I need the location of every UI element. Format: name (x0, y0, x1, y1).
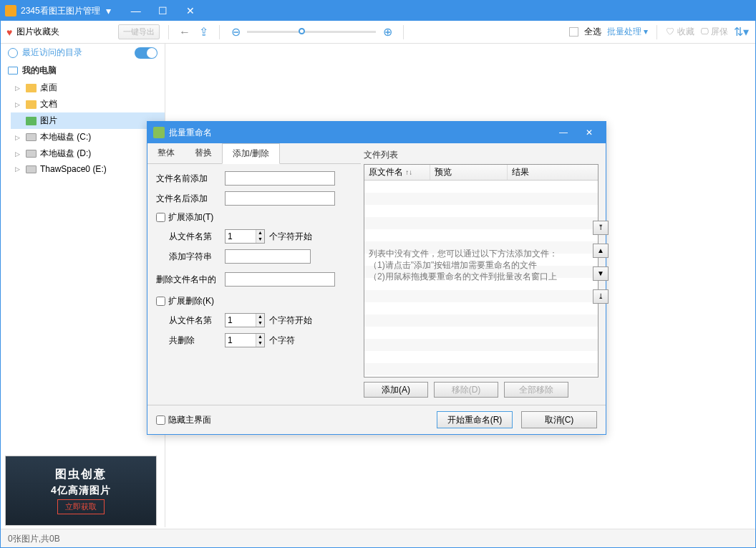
dialog-minimize[interactable]: — (553, 125, 574, 140)
from-char-label: 从文件名第 (156, 231, 220, 243)
select-all-label[interactable]: 全选 (584, 26, 601, 38)
tree-desktop[interactable]: ▷桌面 (11, 80, 165, 96)
char-start-label2: 个字符开始 (269, 314, 312, 327)
char-start-label: 个字符开始 (269, 231, 312, 243)
remove-button[interactable]: 移除(D) (434, 382, 498, 398)
dialog-title: 批量重命名 (169, 127, 212, 139)
computer-row[interactable]: 我的电脑 (1, 62, 165, 80)
zoom-out-icon[interactable]: ⊖ (228, 25, 243, 39)
col-result[interactable]: 结果 (508, 165, 598, 180)
sort-icon[interactable]: ⇅▾ (734, 25, 748, 39)
del-label: 删除文件名中的 (156, 274, 220, 286)
folder-icon (26, 100, 37, 109)
file-list: 原文件名 ↑↓ 预览 结果 列表中没有文件，您可以通过以下方法添加文件： （1)… (364, 164, 598, 378)
minimize-button[interactable]: — (127, 4, 145, 18)
prefix-label: 文件名前添加 (156, 173, 220, 185)
prefix-input[interactable] (225, 171, 335, 186)
dropdown-icon[interactable]: ▾ (100, 4, 117, 18)
favorite-button[interactable]: ♡ 收藏 (666, 26, 694, 38)
ad-cta[interactable]: 立即获取 (57, 499, 105, 514)
dialog-tabs: 整体 替换 添加/删除 (147, 143, 361, 164)
hide-main-checkbox[interactable] (156, 415, 165, 425)
zoom-slider[interactable] (247, 31, 376, 33)
chars-label: 个字符 (269, 335, 295, 347)
tree-drive-c[interactable]: ▷本地磁盘 (C:) (11, 129, 165, 145)
tree-pictures[interactable]: 图片 (11, 112, 165, 129)
app-icon (5, 5, 16, 16)
export-button[interactable]: 一键导出 (118, 24, 160, 39)
computer-label: 我的电脑 (22, 64, 57, 77)
remove-all-button[interactable]: 全部移除 (504, 382, 568, 398)
dialog-titlebar: 批量重命名 — ✕ (147, 122, 606, 143)
dialog-close[interactable]: ✕ (578, 125, 600, 140)
recent-toggle[interactable] (135, 47, 158, 59)
total-del-label: 共删除 (156, 335, 220, 347)
hide-main-label: 隐藏主界面 (168, 414, 211, 426)
cancel-button[interactable]: 取消(C) (521, 411, 597, 428)
move-bottom-button[interactable]: ⤓ (593, 289, 609, 304)
clock-icon (8, 48, 18, 58)
tree-drive-d[interactable]: ▷本地磁盘 (D:) (11, 145, 165, 162)
total-del-spinner[interactable]: ▲▼ (225, 333, 265, 347)
ext-add-checkbox[interactable] (156, 213, 165, 222)
from-char-spinner[interactable]: ▲▼ (225, 229, 265, 244)
move-down-button[interactable]: ▼ (593, 266, 609, 281)
ext-del-label: 扩展删除(K) (168, 295, 214, 307)
folder-icon (26, 84, 37, 92)
start-rename-button[interactable]: 开始重命名(R) (437, 411, 513, 428)
from-char-spinner2[interactable]: ▲▼ (225, 313, 265, 327)
up-folder-icon[interactable]: ⇪ (196, 25, 210, 39)
del-input[interactable] (225, 272, 335, 287)
status-bar: 0张图片,共0B (1, 529, 755, 547)
move-top-button[interactable]: ⤒ (593, 221, 609, 235)
col-original[interactable]: 原文件名 ↑↓ (364, 165, 430, 180)
dialog-icon (153, 127, 165, 138)
zoom-in-icon[interactable]: ⊕ (380, 25, 394, 39)
empty-message: 列表中没有文件，您可以通过以下方法添加文件： （1)请点击"添加"按钮增加需要重… (369, 248, 593, 282)
maximize-button[interactable]: ☐ (155, 4, 172, 18)
from-char-label2: 从文件名第 (156, 314, 220, 327)
ext-del-checkbox[interactable] (156, 297, 165, 306)
ext-add-label: 扩展添加(T) (168, 211, 213, 223)
ad-line2: 4亿高清图片 (51, 484, 111, 497)
select-all-checkbox[interactable] (569, 27, 578, 37)
heart-icon: ♥ (6, 27, 12, 38)
add-button[interactable]: 添加(A) (364, 382, 428, 398)
file-list-label: 文件列表 (364, 149, 598, 161)
tab-add-delete[interactable]: 添加/删除 (222, 143, 280, 164)
recent-row[interactable]: 最近访问的目录 (1, 44, 165, 62)
ad-line1: 图虫创意 (55, 467, 107, 482)
recent-label: 最近访问的目录 (22, 47, 82, 59)
toolbar: ♥ 图片收藏夹 一键导出 ← ⇪ ⊖ ⊕ 全选 批量处理 ▾ ♡ 收藏 🖵 屏保… (1, 21, 755, 44)
drive-icon (26, 165, 37, 173)
add-str-input[interactable] (225, 249, 311, 264)
sidebar: 最近访问的目录 我的电脑 ▷桌面 ▷文档 图片 ▷本地磁盘 (C:) ▷本地磁盘… (1, 44, 165, 527)
tree-drive-e[interactable]: ▷ThawSpace0 (E:) (11, 162, 165, 176)
col-preview[interactable]: 预览 (430, 165, 508, 180)
screensaver-button[interactable]: 🖵 屏保 (700, 26, 728, 38)
rename-dialog: 批量重命名 — ✕ 整体 替换 添加/删除 文件名前添加 文件名后添加 扩展添加… (147, 121, 606, 435)
tab-whole[interactable]: 整体 (147, 143, 185, 163)
back-icon[interactable]: ← (178, 26, 192, 39)
drive-icon (26, 133, 37, 141)
app-title: 2345看图王图片管理 (21, 5, 100, 17)
add-str-label: 添加字符串 (156, 251, 220, 263)
titlebar: 2345看图王图片管理 ▾ — ☐ ✕ (1, 1, 755, 21)
ad-banner[interactable]: 图虫创意 4亿高清图片 立即获取 (5, 456, 157, 526)
suffix-label: 文件名后添加 (156, 193, 220, 205)
move-up-button[interactable]: ▲ (593, 244, 609, 258)
picture-icon (26, 117, 37, 125)
favorites-label[interactable]: 图片收藏夹 (16, 26, 59, 38)
computer-icon (8, 67, 18, 74)
drive-icon (26, 150, 37, 158)
tab-replace[interactable]: 替换 (185, 143, 222, 163)
suffix-input[interactable] (225, 191, 335, 206)
batch-dropdown[interactable]: 批量处理 ▾ (607, 26, 648, 38)
tree-documents[interactable]: ▷文档 (11, 96, 165, 112)
close-button[interactable]: ✕ (182, 4, 199, 18)
